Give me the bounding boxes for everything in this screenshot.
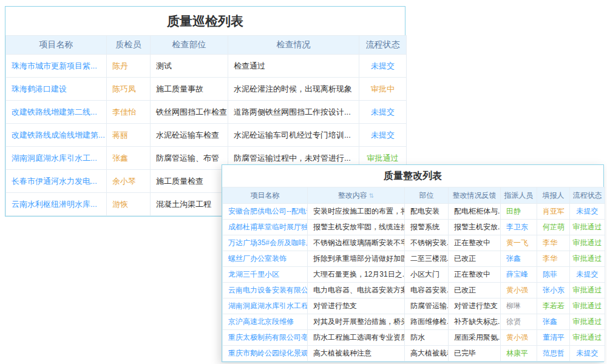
status-badge: 未提交 xyxy=(570,346,605,362)
project-name-link[interactable]: 重庆市鹅岭公园绿化景观提升... xyxy=(223,346,308,362)
inspection-location: 铁丝网围挡工作检查 xyxy=(151,101,228,124)
rectification-part: 二至三楼混... xyxy=(405,251,449,267)
project-name-link[interactable]: 湖南洞庭湖水库引水工程施工1标 xyxy=(223,298,308,314)
column-header-label: 整改情况反馈 xyxy=(453,191,497,200)
assignee-name: 田静 xyxy=(501,204,537,220)
rectification-part: 高大植被栽种 xyxy=(405,346,449,362)
rectification-content: 报警主机安放牢固，线缆连接... xyxy=(308,220,405,235)
reporter-name: 张鑫 xyxy=(537,314,570,330)
project-name-link[interactable]: 万达广场35#会所及咖啡厅空... xyxy=(223,235,308,251)
inspection-location: 防腐管运输、布管 xyxy=(151,147,228,170)
inspection-row: 改建铁路线成渝线增建第...蒋丽水泥砼运输车检查水泥砼运输车司机经过专门培训..… xyxy=(6,124,407,147)
rectification-feedback: 对管进行垫支 xyxy=(449,298,501,314)
assignee-name: 李卫东 xyxy=(501,220,537,235)
inspection-location: 施工质量事故 xyxy=(151,78,228,101)
rectification-row: 湖南洞庭湖水库引水工程施工1标对管进行垫支防腐管运输...对管进行垫支柳琳李若若… xyxy=(223,298,605,314)
project-name-link[interactable]: 云南水利枢纽潜明水库... xyxy=(6,193,107,216)
status-badge: 未提交 xyxy=(359,101,407,124)
column-header: 指派人员 xyxy=(501,187,537,204)
project-name-link[interactable]: 安徽合肥供电公司--配电设备... xyxy=(223,204,308,220)
inspection-situation: 道路两侧铁丝网围挡工作按设计... xyxy=(228,101,359,124)
assignee-name: 林康平 xyxy=(501,346,537,362)
rectification-content: 高大植被栽种注意 xyxy=(308,346,405,362)
inspection-location: 施工质量检查 xyxy=(151,170,228,193)
rectification-row: 安徽合肥供电公司--配电设备...安装时应按施工图的布置，将...配电安装配电柜… xyxy=(223,204,605,220)
rectification-feedback: 已改正 xyxy=(449,251,501,267)
inspection-table-title: 质量巡检列表 xyxy=(5,7,405,35)
rectification-content: 对管进行垫支 xyxy=(308,298,405,314)
column-header: 质检员 xyxy=(107,36,151,55)
rectification-feedback: 已改正 xyxy=(449,283,501,298)
column-header: 整改内容⇅ xyxy=(308,187,405,204)
inspector-name: 余小琴 xyxy=(107,170,151,193)
sort-icon[interactable]: ⇅ xyxy=(369,192,374,199)
rectification-table-head: 项目名称整改内容⇅部位整改情况反馈指派人员填报人流程状态 xyxy=(223,187,605,204)
page: 质量巡检列表 项目名称质检员检查部位检查情况流程状态 珠海市城市更新项目紫...… xyxy=(0,0,607,364)
inspection-location: 水泥砼运输车检查 xyxy=(151,124,228,147)
column-header-label: 项目名称 xyxy=(251,191,280,200)
column-header-label: 项目名称 xyxy=(39,39,73,49)
inspection-row: 珠海鹤港口建设陈巧凤施工质量事故水泥砼灌注的时候，出现离析现象审批中 xyxy=(6,78,407,101)
reporter-name: 何芷萌 xyxy=(537,220,570,235)
status-badge: 审批通过 xyxy=(570,220,605,235)
project-name-link[interactable]: 龙湖三千里小区 xyxy=(223,267,308,283)
inspection-situation: 水泥砼运输车司机经过专门培训... xyxy=(228,124,359,147)
status-badge: 审批通过 xyxy=(570,283,605,298)
rectification-feedback: 正在整改中 xyxy=(449,235,501,251)
inspection-location: 混凝土沟渠工程 xyxy=(151,193,228,216)
rectification-part: 电容器安装... xyxy=(405,283,449,298)
rectification-table-body: 安徽合肥供电公司--配电设备...安装时应按施工图的布置，将...配电安装配电柜… xyxy=(223,204,605,362)
inspector-name: 李佳怡 xyxy=(107,101,151,124)
project-name-link[interactable]: 长春市伊通河水力发电... xyxy=(6,170,107,193)
project-name-link[interactable]: 云南电力设备安装有限公司20... xyxy=(223,283,308,298)
rectification-part: 小区大门 xyxy=(405,267,449,283)
rectification-part: 路面维修检... xyxy=(405,314,449,330)
project-name-link[interactable]: 改建铁路线增建第二线... xyxy=(6,101,107,124)
rectification-row: 龙湖三千里小区大理石量更换，12月31日之...小区大门正在整改中薛宝峰陈菲未提… xyxy=(223,267,605,283)
inspector-name: 蒋丽 xyxy=(107,124,151,147)
rectification-row: 成都杜甫草堂临时展厅独立展...报警主机安放牢固，线缆连接...报警系统报警主机… xyxy=(223,220,605,235)
project-name-link[interactable]: 珠海市城市更新项目紫... xyxy=(6,55,107,78)
reporter-name: 范思哲 xyxy=(537,346,570,362)
column-header-label: 填报人 xyxy=(543,191,565,200)
status-badge: 审批通过 xyxy=(570,235,605,251)
inspection-situation: 检查通过 xyxy=(228,55,359,78)
assignee-name: 徐贤 xyxy=(501,314,537,330)
column-header: 部位 xyxy=(405,187,449,204)
rectification-table-card: 质量整改列表 项目名称整改内容⇅部位整改情况反馈指派人员填报人流程状态 安徽合肥… xyxy=(222,164,604,362)
rectification-content: 安装时应按施工图的布置，将... xyxy=(308,204,405,220)
rectification-part: 配电安装 xyxy=(405,204,449,220)
project-name-link[interactable]: 珠海鹤港口建设 xyxy=(6,78,107,101)
project-name-link[interactable]: 湖南洞庭湖水库引水工... xyxy=(6,147,107,170)
assignee-name: 薛宝峰 xyxy=(501,267,537,283)
reporter-name: 李若若 xyxy=(537,298,570,314)
project-name-link[interactable]: 成都杜甫草堂临时展厅独立展... xyxy=(223,220,308,235)
column-header-label: 部位 xyxy=(419,191,434,200)
status-badge: 未提交 xyxy=(570,267,605,283)
column-header-label: 指派人员 xyxy=(504,191,534,200)
assignee-name: 黄小强 xyxy=(501,330,537,346)
rectification-table: 项目名称整改内容⇅部位整改情况反馈指派人员填报人流程状态 安徽合肥供电公司--配… xyxy=(222,187,605,362)
header-row: 项目名称整改内容⇅部位整改情况反馈指派人员填报人流程状态 xyxy=(223,187,605,204)
project-name-link[interactable]: 螺丝厂办公室装饰 xyxy=(223,251,308,267)
column-header: 检查情况 xyxy=(228,36,359,55)
rectification-feedback: 配电柜柜体与... xyxy=(449,204,501,220)
rectification-row: 重庆市鹅岭公园绿化景观提升...高大植被栽种注意高大植被栽种已完毕林康平范思哲未… xyxy=(223,346,605,362)
assignee-name: 黄一飞 xyxy=(501,235,537,251)
rectification-part: 不锈钢安装... xyxy=(405,235,449,251)
rectification-content: 不锈钢边框玻璃隔断安装不牢... xyxy=(308,235,405,251)
inspection-location: 测试 xyxy=(151,55,228,78)
column-header-label: 整改内容 xyxy=(338,191,367,200)
rectification-feedback: 屋面采用聚氨... xyxy=(449,330,501,346)
column-header: 项目名称 xyxy=(223,187,308,204)
inspector-name: 游恢 xyxy=(107,193,151,216)
status-badge: 未提交 xyxy=(359,124,407,147)
inspector-name: 陈巧凤 xyxy=(107,78,151,101)
reporter-name: 肖亚军 xyxy=(537,204,570,220)
status-badge: 审批通过 xyxy=(570,330,605,346)
project-name-link[interactable]: 改建铁路线成渝线增建第... xyxy=(6,124,107,147)
project-name-link[interactable]: 京沪高速北京段维修 xyxy=(223,314,308,330)
project-name-link[interactable]: 重庆太极制药有限公司亳州中... xyxy=(223,330,308,346)
rectification-feedback: 报警主机安放... xyxy=(449,220,501,235)
reporter-name: 董清平 xyxy=(537,330,570,346)
